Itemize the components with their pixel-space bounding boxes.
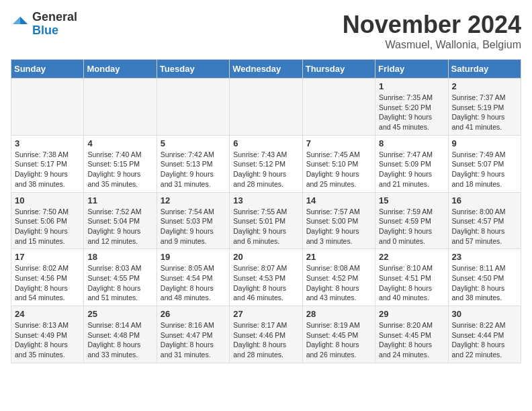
calendar-cell: 25Sunrise: 8:14 AMSunset: 4:48 PMDayligh… <box>84 306 157 363</box>
day-info: Sunrise: 7:38 AMSunset: 5:17 PMDaylight:… <box>15 150 80 189</box>
calendar-week-5: 24Sunrise: 8:13 AMSunset: 4:49 PMDayligh… <box>11 306 521 363</box>
logo-blue: Blue <box>32 24 58 37</box>
day-number: 8 <box>379 138 444 148</box>
calendar-cell <box>302 79 375 136</box>
calendar-cell: 15Sunrise: 7:59 AMSunset: 4:59 PMDayligh… <box>375 192 448 249</box>
day-number: 18 <box>87 252 152 262</box>
day-number: 17 <box>15 252 80 262</box>
calendar-cell: 12Sunrise: 7:54 AMSunset: 5:03 PMDayligh… <box>157 192 229 249</box>
weekday-header-wednesday: Wednesday <box>230 60 302 79</box>
calendar-cell: 21Sunrise: 8:08 AMSunset: 4:52 PMDayligh… <box>302 249 375 306</box>
day-info: Sunrise: 8:10 AMSunset: 4:51 PMDaylight:… <box>379 263 444 303</box>
calendar-cell <box>157 79 229 136</box>
day-number: 6 <box>233 138 298 148</box>
day-info: Sunrise: 8:05 AMSunset: 4:54 PMDaylight:… <box>161 263 226 303</box>
day-number: 12 <box>161 195 226 205</box>
day-info: Sunrise: 7:45 AMSunset: 5:10 PMDaylight:… <box>306 150 371 189</box>
day-number: 15 <box>379 195 444 205</box>
weekday-header-monday: Monday <box>84 60 157 79</box>
calendar-cell: 2Sunrise: 7:37 AMSunset: 5:19 PMDaylight… <box>448 79 521 136</box>
calendar-cell: 18Sunrise: 8:03 AMSunset: 4:55 PMDayligh… <box>84 249 157 306</box>
day-number: 13 <box>233 195 298 205</box>
calendar-cell: 27Sunrise: 8:17 AMSunset: 4:46 PMDayligh… <box>230 306 302 363</box>
weekday-header-thursday: Thursday <box>302 60 375 79</box>
weekday-header-row: SundayMondayTuesdayWednesdayThursdayFrid… <box>11 60 521 79</box>
day-info: Sunrise: 7:55 AMSunset: 5:01 PMDaylight:… <box>233 207 298 246</box>
calendar-cell: 19Sunrise: 8:05 AMSunset: 4:54 PMDayligh… <box>157 249 229 306</box>
day-number: 23 <box>452 252 517 262</box>
calendar-cell: 6Sunrise: 7:43 AMSunset: 5:12 PMDaylight… <box>230 135 302 192</box>
weekday-header-tuesday: Tuesday <box>157 60 229 79</box>
day-info: Sunrise: 7:50 AMSunset: 5:06 PMDaylight:… <box>15 207 80 246</box>
day-number: 24 <box>15 309 80 319</box>
day-info: Sunrise: 8:22 AMSunset: 4:44 PMDaylight:… <box>452 320 517 360</box>
day-info: Sunrise: 8:11 AMSunset: 4:50 PMDaylight:… <box>452 263 517 303</box>
day-number: 25 <box>87 309 152 319</box>
day-info: Sunrise: 8:07 AMSunset: 4:53 PMDaylight:… <box>233 263 298 303</box>
day-info: Sunrise: 7:40 AMSunset: 5:15 PMDaylight:… <box>87 150 152 189</box>
calendar-cell: 26Sunrise: 8:16 AMSunset: 4:47 PMDayligh… <box>157 306 229 363</box>
logo: General Blue <box>11 11 77 38</box>
day-number: 19 <box>161 252 226 262</box>
calendar-cell: 9Sunrise: 7:49 AMSunset: 5:07 PMDaylight… <box>448 135 521 192</box>
day-number: 11 <box>87 195 152 205</box>
calendar-week-4: 17Sunrise: 8:02 AMSunset: 4:56 PMDayligh… <box>11 249 521 306</box>
day-number: 16 <box>452 195 517 205</box>
logo-text: General Blue <box>32 11 77 38</box>
day-number: 27 <box>233 309 298 319</box>
day-number: 3 <box>15 138 80 148</box>
day-number: 10 <box>15 195 80 205</box>
day-info: Sunrise: 8:00 AMSunset: 4:57 PMDaylight:… <box>452 207 517 246</box>
day-number: 1 <box>379 81 444 91</box>
calendar-cell: 7Sunrise: 7:45 AMSunset: 5:10 PMDaylight… <box>302 135 375 192</box>
day-number: 29 <box>379 309 444 319</box>
calendar-cell: 29Sunrise: 8:20 AMSunset: 4:45 PMDayligh… <box>375 306 448 363</box>
day-number: 5 <box>161 138 226 148</box>
day-number: 26 <box>161 309 226 319</box>
calendar-table: SundayMondayTuesdayWednesdayThursdayFrid… <box>11 59 521 363</box>
day-info: Sunrise: 7:47 AMSunset: 5:09 PMDaylight:… <box>379 150 444 189</box>
day-info: Sunrise: 7:37 AMSunset: 5:19 PMDaylight:… <box>452 93 517 132</box>
day-info: Sunrise: 7:49 AMSunset: 5:07 PMDaylight:… <box>452 150 517 189</box>
day-info: Sunrise: 7:57 AMSunset: 5:00 PMDaylight:… <box>306 207 371 246</box>
day-info: Sunrise: 7:43 AMSunset: 5:12 PMDaylight:… <box>233 150 298 189</box>
day-info: Sunrise: 7:42 AMSunset: 5:13 PMDaylight:… <box>161 150 226 189</box>
calendar-week-3: 10Sunrise: 7:50 AMSunset: 5:06 PMDayligh… <box>11 192 521 249</box>
weekday-header-sunday: Sunday <box>11 60 84 79</box>
calendar-cell: 1Sunrise: 7:35 AMSunset: 5:20 PMDaylight… <box>375 79 448 136</box>
svg-marker-0 <box>20 17 28 24</box>
day-info: Sunrise: 8:20 AMSunset: 4:45 PMDaylight:… <box>379 320 444 360</box>
day-number: 21 <box>306 252 371 262</box>
day-info: Sunrise: 8:02 AMSunset: 4:56 PMDaylight:… <box>15 263 80 303</box>
calendar-cell <box>84 79 157 136</box>
calendar-cell: 17Sunrise: 8:02 AMSunset: 4:56 PMDayligh… <box>11 249 84 306</box>
day-info: Sunrise: 8:19 AMSunset: 4:45 PMDaylight:… <box>306 320 371 360</box>
day-number: 4 <box>87 138 152 148</box>
day-info: Sunrise: 8:14 AMSunset: 4:48 PMDaylight:… <box>87 320 152 360</box>
location: Wasmuel, Wallonia, Belgium <box>343 39 521 51</box>
title-area: November 2024 Wasmuel, Wallonia, Belgium <box>343 11 521 51</box>
calendar-cell <box>11 79 84 136</box>
day-info: Sunrise: 8:03 AMSunset: 4:55 PMDaylight:… <box>87 263 152 303</box>
day-number: 22 <box>379 252 444 262</box>
logo-general: General <box>32 10 77 24</box>
calendar-cell: 28Sunrise: 8:19 AMSunset: 4:45 PMDayligh… <box>302 306 375 363</box>
calendar-week-2: 3Sunrise: 7:38 AMSunset: 5:17 PMDaylight… <box>11 135 521 192</box>
logo-icon <box>11 15 30 34</box>
calendar-cell: 10Sunrise: 7:50 AMSunset: 5:06 PMDayligh… <box>11 192 84 249</box>
calendar-cell: 24Sunrise: 8:13 AMSunset: 4:49 PMDayligh… <box>11 306 84 363</box>
day-info: Sunrise: 8:08 AMSunset: 4:52 PMDaylight:… <box>306 263 371 303</box>
day-number: 14 <box>306 195 371 205</box>
day-info: Sunrise: 8:13 AMSunset: 4:49 PMDaylight:… <box>15 320 80 360</box>
calendar-cell: 11Sunrise: 7:52 AMSunset: 5:04 PMDayligh… <box>84 192 157 249</box>
day-number: 2 <box>452 81 517 91</box>
calendar-cell: 8Sunrise: 7:47 AMSunset: 5:09 PMDaylight… <box>375 135 448 192</box>
day-number: 20 <box>233 252 298 262</box>
day-info: Sunrise: 8:16 AMSunset: 4:47 PMDaylight:… <box>161 320 226 360</box>
weekday-header-saturday: Saturday <box>448 60 521 79</box>
day-info: Sunrise: 7:59 AMSunset: 4:59 PMDaylight:… <box>379 207 444 246</box>
day-info: Sunrise: 7:35 AMSunset: 5:20 PMDaylight:… <box>379 93 444 132</box>
weekday-header-friday: Friday <box>375 60 448 79</box>
calendar-cell: 22Sunrise: 8:10 AMSunset: 4:51 PMDayligh… <box>375 249 448 306</box>
svg-marker-1 <box>13 17 20 24</box>
